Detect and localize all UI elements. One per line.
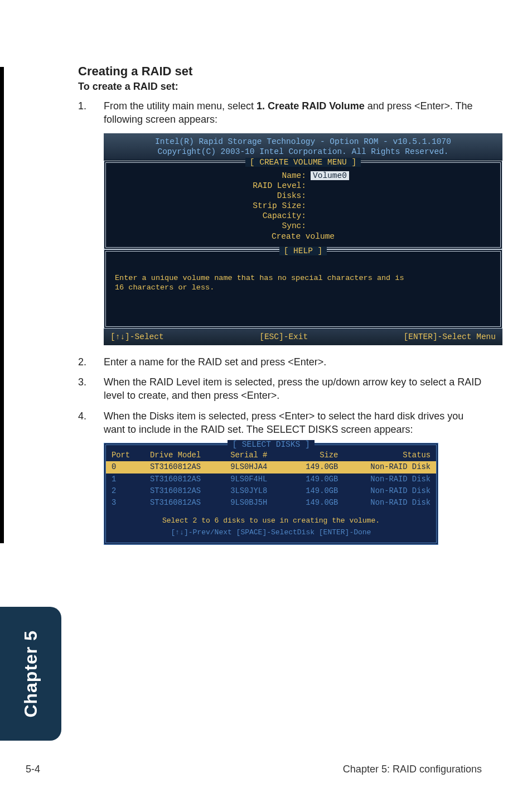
section-title-text: [ CREATE VOLUME MENU ] — [245, 158, 361, 167]
form-row: Sync: — [115, 221, 491, 231]
step-text-bold: 1. Create RAID Volume — [257, 100, 365, 112]
table-row: 0ST3160812AS9LS0HJA4149.0GBNon-RAID Disk — [106, 461, 436, 473]
step-4: 4. When the Disks item is selected, pres… — [78, 409, 482, 437]
page-number: 5-4 — [26, 764, 40, 775]
table-cell: 149.0GB — [287, 461, 344, 473]
table-cell: 149.0GB — [287, 497, 344, 509]
step-text: When the Disks item is selected, press <… — [104, 409, 482, 437]
table-cell: ST3160812AS — [144, 461, 225, 473]
form-value — [311, 181, 491, 191]
table-cell: 9LS0BJ5H — [225, 497, 287, 509]
form-row: Create volume — [115, 231, 491, 241]
step-number: 4. — [78, 409, 104, 437]
step-text-pre: From the utility main menu, select — [104, 100, 257, 112]
foot-mid: [ESC]-Exit — [259, 332, 308, 342]
form-value — [311, 201, 491, 211]
help-text-line1: Enter a unique volume name that has no s… — [115, 274, 491, 283]
section-title-text: [ HELP ] — [279, 247, 327, 255]
select-footer-1: Select 2 to 6 disks to use in creating t… — [106, 516, 436, 525]
table-cell: 0 — [106, 461, 144, 473]
table-cell: 9LS0F4HL — [225, 474, 287, 485]
table-row: 3ST3160812AS9LS0BJ5H149.0GBNon-RAID Disk — [106, 497, 436, 509]
disks-table: PortDrive ModelSerial #SizeStatus 0ST316… — [106, 450, 436, 509]
select-title: [ SELECT DISKS ] — [106, 439, 436, 450]
table-row: 2ST3160812AS3LS0JYL8149.0GBNon-RAID Disk — [106, 485, 436, 497]
table-cell: 149.0GB — [287, 485, 344, 497]
step-3: 3. When the RAID Level item is selected,… — [78, 375, 482, 403]
form-value — [311, 191, 491, 201]
form-center-label: Create volume — [272, 231, 335, 241]
console-head-line2: Copyright(C) 2003-10 Intel Corporation. … — [108, 147, 498, 157]
bios-console-create-volume: Intel(R) Rapid Storage Technology - Opti… — [104, 133, 502, 345]
table-header-cell: Serial # — [225, 450, 287, 461]
form-value-highlighted: Volume0 — [311, 171, 349, 180]
form-value — [311, 211, 491, 221]
table-header-cell: Port — [106, 450, 144, 461]
step-text: From the utility main menu, select 1. Cr… — [104, 99, 482, 127]
foot-right: [ENTER]-Select Menu — [404, 332, 496, 342]
section-title: [ HELP ] — [106, 246, 500, 256]
console-head-line1: Intel(R) Rapid Storage Technology - Opti… — [108, 137, 498, 147]
foot-left: [↑↓]-Select — [110, 332, 164, 342]
table-header-cell: Status — [344, 450, 436, 461]
select-footer-2: [↑↓]-Prev/Next [SPACE]-SelectDisk [ENTER… — [106, 528, 436, 537]
table-header-cell: Size — [287, 450, 344, 461]
table-cell: Non-RAID Disk — [344, 497, 436, 509]
step-2: 2. Enter a name for the RAID set and pre… — [78, 355, 482, 369]
table-row: 1ST3160812AS9LS0F4HL149.0GBNon-RAID Disk — [106, 474, 436, 485]
help-text-line2: 16 characters or less. — [115, 283, 491, 293]
table-cell: ST3160812AS — [144, 474, 225, 485]
chapter-sidebar-tab: Chapter 5 — [0, 607, 61, 741]
step-1: 1. From the utility main menu, select 1.… — [78, 99, 482, 127]
select-title-text: [ SELECT DISKS ] — [228, 440, 314, 449]
table-cell: ST3160812AS — [144, 497, 225, 509]
section-heading: Creating a RAID set — [78, 64, 482, 79]
console-header: Intel(R) Rapid Storage Technology - Opti… — [104, 133, 502, 161]
form-row: Name:Volume0 — [115, 171, 491, 181]
console-footer: [↑↓]-Select [ESC]-Exit [ENTER]-Select Me… — [104, 328, 502, 345]
select-disks-box: [ SELECT DISKS ] PortDrive ModelSerial #… — [104, 443, 438, 545]
table-cell: 149.0GB — [287, 474, 344, 485]
form-label: Disks: — [115, 191, 311, 201]
table-cell: 1 — [106, 474, 144, 485]
form-label: Name: — [115, 171, 311, 181]
table-cell: 3 — [106, 497, 144, 509]
document-page: Creating a RAID set To create a RAID set… — [0, 0, 532, 802]
console-section-create: [ CREATE VOLUME MENU ] Name:Volume0RAID … — [104, 161, 502, 249]
page-footer: 5-4 Chapter 5: RAID configurations — [26, 764, 482, 775]
section-subheading: To create a RAID set: — [78, 81, 482, 93]
form-label: Capacity: — [115, 211, 311, 221]
table-header-cell: Drive Model — [144, 450, 225, 461]
form-row: RAID Level: — [115, 181, 491, 191]
form-label: Sync: — [115, 221, 311, 231]
chapter-sidebar-text: Chapter 5 — [21, 630, 41, 718]
step-number: 2. — [78, 355, 104, 369]
form-label: RAID Level: — [115, 181, 311, 191]
form-value: Volume0 — [311, 171, 491, 181]
table-cell: Non-RAID Disk — [344, 485, 436, 497]
form-label: Strip Size: — [115, 201, 311, 211]
left-black-stripe — [0, 67, 4, 543]
step-text: When the RAID Level item is selected, pr… — [104, 375, 482, 403]
form-value — [311, 221, 491, 231]
table-cell: 2 — [106, 485, 144, 497]
bios-console-select-disks: [ SELECT DISKS ] PortDrive ModelSerial #… — [104, 443, 438, 545]
table-cell: 3LS0JYL8 — [225, 485, 287, 497]
console-section-help: [ HELP ] Enter a unique volume name that… — [104, 249, 502, 328]
page-footer-right: Chapter 5: RAID configurations — [343, 764, 482, 775]
table-cell: Non-RAID Disk — [344, 474, 436, 485]
table-cell: ST3160812AS — [144, 485, 225, 497]
table-cell: 9LS0HJA4 — [225, 461, 287, 473]
table-cell: Non-RAID Disk — [344, 461, 436, 473]
step-number: 1. — [78, 99, 104, 127]
step-number: 3. — [78, 375, 104, 403]
form-row: Capacity: — [115, 211, 491, 221]
form-row: Disks: — [115, 191, 491, 201]
step-text: Enter a name for the RAID set and press … — [104, 355, 482, 369]
form-row: Strip Size: — [115, 201, 491, 211]
section-title: [ CREATE VOLUME MENU ] — [106, 157, 500, 167]
